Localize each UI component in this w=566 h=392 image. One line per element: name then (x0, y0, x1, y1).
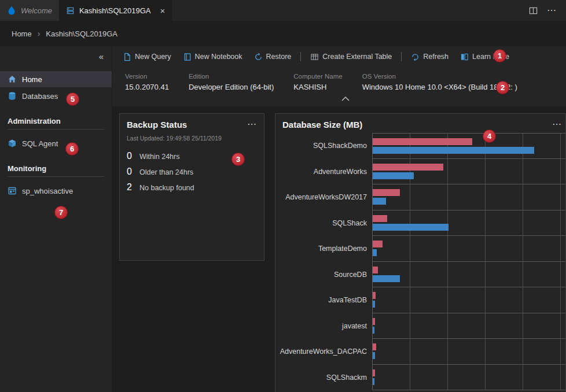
chart-row: SQLShack (282, 210, 565, 236)
backup-status-title: Backup Status (127, 120, 187, 130)
chart-bar-series-blue (373, 352, 375, 359)
sidebar-section-administration: Administration (8, 117, 104, 125)
chart-bar-series-red (373, 267, 378, 273)
annotation-badge-2: 2 (496, 81, 509, 94)
create-external-table-button[interactable]: Create External Table (304, 46, 398, 67)
refresh-button[interactable]: Refresh (405, 46, 454, 67)
sidebar-item-sql-agent[interactable]: SQL Agent (0, 135, 112, 151)
chart-category-label: AdventureWorks_DACPAC (282, 339, 372, 365)
dashboard-sidebar: « Home Databases Administration (0, 46, 112, 392)
chart-bar-series-red (373, 215, 387, 222)
backup-label: Older than 24hrs (139, 168, 193, 176)
chart-plot (372, 365, 565, 391)
database-size-chart: SQLShackDemoAdventureWorksAdventureWorks… (282, 133, 565, 390)
annotation-badge-7: 7 (54, 206, 68, 219)
annotation-badge-4: 4 (483, 130, 496, 143)
new-query-label: New Query (135, 53, 171, 61)
chart-row: AdventureWorksDW2017 (282, 184, 565, 210)
learn-more-icon (460, 53, 469, 61)
chart-category-label: SQLShackm (282, 365, 372, 391)
restore-button[interactable]: Restore (248, 46, 297, 67)
new-notebook-button[interactable]: New Notebook (177, 46, 248, 67)
sidebar-item-databases[interactable]: Databases (0, 88, 112, 104)
chart-row: SQLShackDemo (282, 133, 565, 159)
chart-plot (372, 133, 565, 159)
new-query-button[interactable]: New Query (117, 46, 177, 67)
chart-bar-series-red (373, 138, 472, 145)
sidebar-item-home[interactable]: Home (0, 71, 112, 87)
annotation-badge-5: 5 (66, 93, 79, 106)
app-logo-icon (7, 6, 16, 15)
dashboard-main: « Home Databases Administration (0, 46, 566, 392)
sidebar-section-monitoring: Monitoring (8, 164, 104, 173)
field-value: Developer Edition (64-bit) (189, 83, 274, 91)
close-tab-icon[interactable]: × (160, 6, 166, 15)
field-value: 15.0.2070.41 (125, 83, 169, 91)
chart-category-label: TemplateDemo (282, 236, 372, 262)
restore-label: Restore (266, 53, 292, 61)
chart-category-label: javatest (282, 313, 372, 339)
sql-agent-icon (8, 139, 17, 148)
sidebar-item-label: SQL Agent (22, 139, 58, 148)
chart-plot (372, 313, 565, 339)
chart-bar-series-blue (373, 301, 375, 308)
chart-bar-series-blue (373, 249, 377, 256)
sidebar-item-label: Home (22, 75, 42, 84)
breadcrumb-server[interactable]: Kashish\SQL2019GA (46, 29, 117, 38)
chart-row: SQLShackm (282, 365, 565, 391)
backup-last-updated: Last Updated: 19:49:58 25/11/2019 (127, 135, 257, 142)
chart-row: AdventureWorks (282, 159, 565, 185)
chart-category-label: AdventureWorksDW2017 (282, 184, 372, 210)
chart-category-label: SQLShackDemo (282, 133, 372, 159)
chart-row: SourceDB (282, 262, 565, 288)
dashboard-widgets: Backup Status ⋯ Last Updated: 19:49:58 2… (112, 106, 566, 392)
tab-welcome-label: Welcome (21, 6, 52, 15)
chart-bar-series-blue (373, 198, 386, 205)
chart-plot (372, 210, 565, 236)
chart-row: TemplateDemo (282, 236, 565, 262)
restore-icon (254, 53, 263, 61)
collapse-sidebar-icon[interactable]: « (99, 51, 104, 61)
annotation-badge-3: 3 (231, 153, 245, 166)
chart-bar-series-blue (373, 224, 449, 231)
backup-label: Within 24hrs (139, 153, 179, 161)
split-editor-icon[interactable] (529, 6, 538, 15)
editor-actions: ⋯ (529, 0, 566, 21)
breadcrumb-home[interactable]: Home (12, 29, 32, 38)
chart-category-label: SourceDB (282, 262, 372, 288)
backup-count: 0 (127, 167, 134, 177)
sidebar-item-sp-whoisactive[interactable]: sp_whoisactive (0, 183, 112, 199)
chart-bar-series-blue (373, 172, 414, 179)
chart-bar-series-red (373, 369, 375, 376)
chart-row: JavaTestDB (282, 287, 565, 313)
home-icon (8, 75, 17, 84)
backup-status-widget: Backup Status ⋯ Last Updated: 19:49:58 2… (119, 113, 264, 261)
server-info-version: Version 15.0.2070.41 (125, 73, 169, 91)
more-actions-icon[interactable]: ⋯ (547, 6, 557, 15)
server-icon (66, 6, 75, 15)
chart-plot (372, 262, 565, 288)
chart-row: javatest (282, 313, 565, 339)
chart-bar-series-blue (373, 327, 374, 334)
chart-bar-series-red (373, 343, 376, 350)
breadcrumb: Home › Kashish\SQL2019GA (0, 21, 566, 46)
dashboard-content: New Query New Notebook Restore (112, 46, 566, 392)
chart-bar-series-blue (373, 378, 374, 385)
tab-server-dashboard[interactable]: Kashish\SQL2019GA × (59, 0, 172, 21)
refresh-label: Refresh (423, 53, 449, 61)
tab-welcome[interactable]: Welcome (0, 0, 59, 21)
new-notebook-icon (183, 53, 192, 61)
divider (8, 176, 104, 177)
sidebar-item-label: sp_whoisactive (22, 187, 73, 195)
backup-widget-more-icon[interactable]: ⋯ (247, 120, 257, 129)
new-notebook-label: New Notebook (195, 53, 242, 61)
database-size-more-icon[interactable]: ⋯ (552, 120, 562, 129)
breadcrumb-separator-icon: › (38, 29, 41, 38)
database-icon (8, 91, 17, 101)
new-query-icon (123, 53, 131, 61)
chevron-up-icon (341, 97, 350, 101)
chart-plot (372, 184, 565, 210)
annotation-badge-1: 1 (493, 49, 506, 62)
database-size-title: Database Size (MB) (282, 120, 362, 130)
server-info-os-version: OS Version Windows 10 Home 10.0 <X64> (B… (362, 73, 517, 91)
